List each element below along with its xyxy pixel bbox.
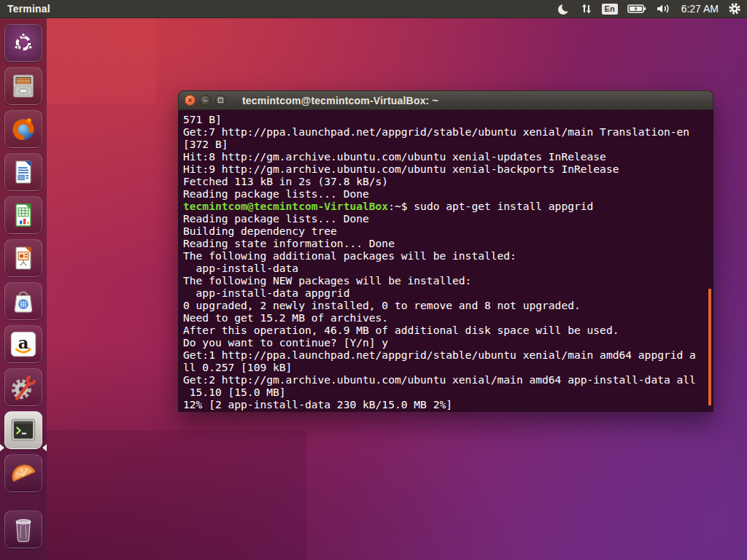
launcher-item-amazon[interactable]: a — [4, 325, 42, 363]
terminal-scrollbar[interactable] — [708, 289, 711, 405]
firefox-icon — [8, 114, 39, 144]
launcher-item-trash[interactable] — [4, 510, 42, 548]
terminal-line: [372 B] — [183, 138, 707, 150]
maximize-button[interactable] — [215, 95, 226, 106]
terminal-line: Reading state information... Done — [183, 237, 707, 249]
terminal-line: app-install-data — [183, 262, 707, 274]
terminal-line: Hit:8 http://gm.archive.ubuntu.com/ubunt… — [183, 150, 707, 163]
terminal-line: After this operation, 46.9 MB of additio… — [183, 324, 707, 336]
terminal-line: 15.10 [15.0 MB] — [183, 386, 707, 398]
window-titlebar[interactable]: × – tecmintcom@tecmintcom-VirtualBox: ~ — [178, 90, 713, 110]
launcher-item-writer[interactable] — [4, 153, 42, 191]
close-button[interactable]: × — [185, 95, 196, 106]
minimize-button[interactable]: – — [200, 95, 211, 106]
system-settings-icon — [8, 372, 39, 402]
focused-app-arrow-right — [42, 444, 47, 451]
terminal-line: 0 upgraded, 2 newly installed, 0 to remo… — [183, 299, 707, 311]
terminal-line: Fetched 113 kB in 2s (37.8 kB/s) — [183, 175, 707, 187]
launcher-item-terminal[interactable] — [4, 411, 42, 449]
launcher-item-clementine[interactable] — [4, 454, 42, 492]
libreoffice-writer-icon — [9, 158, 38, 187]
terminal-line: Do you want to continue? [Y/n] y — [183, 336, 707, 349]
terminal-line: Reading package lists... Done — [183, 187, 707, 200]
terminal-line: 571 B] — [183, 113, 707, 125]
terminal-line: Hit:9 http://gm.archive.ubuntu.com/ubunt… — [183, 163, 707, 175]
indicator-area: En 6:27 AM — [557, 2, 741, 15]
launcher-item-dash[interactable] — [4, 24, 42, 62]
clock[interactable]: 6:27 AM — [681, 3, 719, 15]
terminal-line: Get:2 http://gm.archive.ubuntu.com/ubunt… — [183, 373, 707, 386]
launcher-item-impress[interactable] — [4, 239, 42, 277]
terminal-line: 12% [2 app-install-data 230 kB/15.0 MB 2… — [183, 398, 707, 411]
terminal-output[interactable]: 571 B]Get:7 http://ppa.launchpad.net/app… — [178, 110, 713, 412]
moon-icon[interactable] — [557, 2, 571, 15]
ubuntu-dash-icon — [9, 28, 38, 58]
terminal-line: ll 0.257 [109 kB] — [183, 361, 707, 373]
launcher-item-files[interactable] — [4, 67, 42, 105]
ubuntu-software-icon — [9, 287, 38, 316]
desktop: Terminal En — [0, 0, 747, 560]
terminal-line: Reading package lists... Done — [183, 212, 707, 225]
window-title: tecmintcom@tecmintcom-VirtualBox: ~ — [242, 95, 438, 106]
terminal-line: The following additional packages will b… — [183, 249, 707, 262]
terminal-line: Building dependency tree — [183, 225, 707, 237]
terminal-line: The following NEW packages will be insta… — [183, 274, 707, 287]
launcher-item-firefox[interactable] — [4, 110, 42, 148]
terminal-line: tecmintcom@tecmintcom-VirtualBox:~$ sudo… — [183, 200, 707, 212]
terminal-line: app-install-data appgrid — [183, 287, 707, 299]
svg-text:a: a — [18, 333, 29, 352]
libreoffice-impress-icon — [9, 244, 38, 273]
active-app-title: Terminal — [7, 3, 50, 15]
amazon-icon: a — [8, 329, 39, 359]
launcher-item-software[interactable] — [4, 282, 42, 320]
terminal-window: × – tecmintcom@tecmintcom-VirtualBox: ~ … — [178, 90, 713, 412]
focused-app-arrow-left — [0, 444, 4, 451]
terminal-line: Get:1 http://ppa.launchpad.net/appgrid/s… — [183, 349, 707, 361]
network-arrows-icon[interactable] — [581, 3, 592, 15]
volume-icon[interactable] — [656, 3, 672, 15]
top-panel: Terminal En — [0, 0, 747, 18]
libreoffice-calc-icon — [9, 201, 38, 230]
terminal-line: Need to get 15.2 MB of archives. — [183, 311, 707, 324]
files-icon — [9, 71, 38, 101]
orange-slice-icon — [8, 458, 39, 489]
terminal-icon — [8, 415, 39, 446]
terminal-line: Get:7 http://ppa.launchpad.net/appgrid/s… — [183, 125, 707, 138]
launcher-item-calc[interactable] — [4, 196, 42, 234]
unity-launcher: a — [0, 18, 47, 560]
launcher-item-settings[interactable] — [4, 368, 42, 406]
battery-icon[interactable] — [627, 4, 646, 14]
keyboard-layout-badge[interactable]: En — [602, 4, 618, 15]
wallpaper-block — [47, 18, 156, 104]
trash-icon — [9, 514, 38, 545]
session-gear-icon[interactable] — [728, 2, 741, 15]
